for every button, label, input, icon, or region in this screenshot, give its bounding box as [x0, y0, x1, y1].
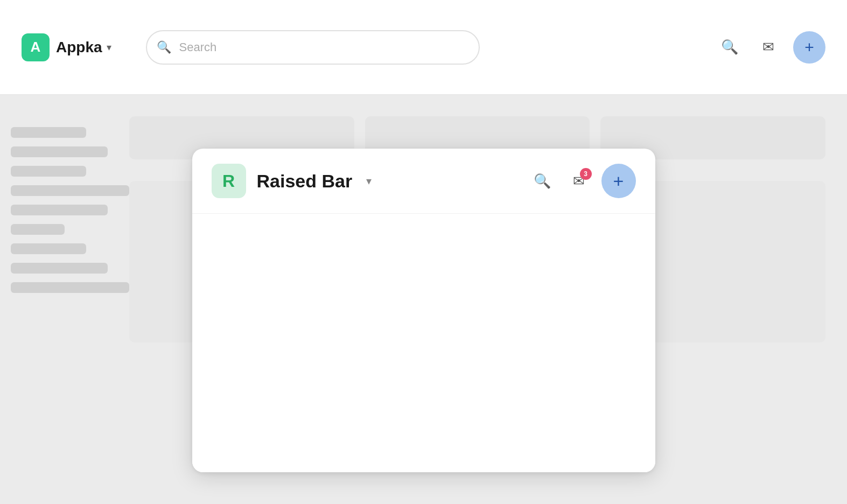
search-bar: 🔍 [146, 30, 480, 65]
skeleton-bar [11, 224, 65, 235]
header-search-button[interactable]: 🔍 [716, 33, 744, 61]
skeleton-bar [11, 185, 129, 196]
raised-card-header: R Raised Bar ▾ 🔍 ✉ 3 + [192, 149, 655, 214]
raised-card-search-button[interactable]: 🔍 [528, 167, 556, 195]
raised-card-chevron-icon[interactable]: ▾ [366, 174, 372, 187]
raised-card-logo: R [212, 164, 246, 198]
raised-card-add-button[interactable]: + [601, 164, 636, 198]
app-logo-icon: A [22, 33, 50, 61]
raised-card-body [192, 214, 655, 472]
header-mail-button[interactable]: ✉ [754, 33, 782, 61]
main-content: R Raised Bar ▾ 🔍 ✉ 3 + [0, 95, 847, 504]
skeleton-bar [11, 263, 108, 274]
header-add-button[interactable]: + [793, 31, 825, 64]
app-header: A Appka ▾ 🔍 🔍 ✉ + [0, 0, 847, 95]
search-bar-icon: 🔍 [157, 40, 171, 54]
mail-badge: 3 [580, 168, 592, 180]
raised-card-title: Raised Bar [257, 171, 353, 192]
app-logo[interactable]: A Appka ▾ [22, 33, 111, 61]
raised-card-mail-button[interactable]: ✉ 3 [565, 167, 593, 195]
skeleton-bar [11, 146, 108, 157]
app-name: Appka [56, 39, 102, 56]
raised-card-actions: 🔍 ✉ 3 + [528, 164, 636, 198]
skeleton-bar [11, 205, 108, 215]
header-actions: 🔍 ✉ + [716, 31, 825, 64]
skeleton-bar [11, 243, 86, 254]
app-name-chevron-icon: ▾ [107, 41, 111, 53]
skeleton-sidebar [0, 116, 124, 304]
skeleton-bar [11, 127, 86, 138]
search-input[interactable] [146, 30, 480, 65]
skeleton-bar [11, 166, 86, 177]
skeleton-bar [11, 282, 129, 293]
raised-card: R Raised Bar ▾ 🔍 ✉ 3 + [192, 149, 655, 472]
